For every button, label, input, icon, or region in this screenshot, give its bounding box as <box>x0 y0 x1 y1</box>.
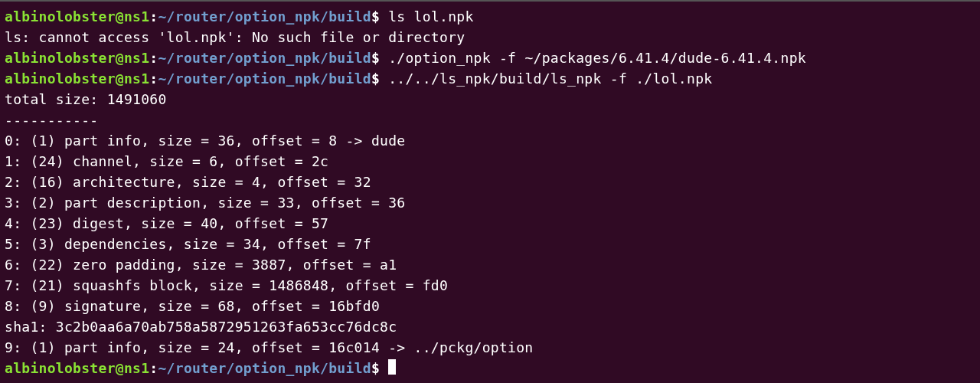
prompt-path: ~/router/option_npk/build <box>158 8 371 25</box>
output-line: 5: (3) dependencies, size = 34, offset =… <box>5 234 975 254</box>
prompt-host: ns1 <box>124 360 149 376</box>
output-line: 2: (16) architecture, size = 4, offset =… <box>5 172 975 192</box>
terminal-line: albinolobster@ns1:~/router/option_npk/bu… <box>5 358 975 378</box>
prompt-colon: : <box>149 8 158 25</box>
prompt-colon: : <box>149 360 158 376</box>
command-text: ../../ls_npk/build/ls_npk -f ./lol.npk <box>380 70 712 87</box>
output-line: ls: cannot access 'lol.npk': No such fil… <box>5 27 975 47</box>
prompt-dollar: $ <box>371 70 380 87</box>
output-line: 0: (1) part info, size = 36, offset = 8 … <box>5 130 975 151</box>
prompt-user: albinolobster <box>5 8 116 25</box>
output-line: 9: (1) part info, size = 24, offset = 16… <box>5 337 975 358</box>
output-line: total size: 1491060 <box>5 89 975 110</box>
output-line: 8: (9) signature, size = 68, offset = 16… <box>5 296 975 316</box>
command-text: ls lol.npk <box>380 8 474 25</box>
cursor-icon <box>388 359 396 375</box>
prompt-dollar: $ <box>371 360 380 376</box>
output-line: 3: (2) part description, size = 33, offs… <box>5 192 975 213</box>
prompt-host: ns1 <box>124 50 149 66</box>
prompt-user: albinolobster <box>5 50 116 66</box>
output-line: sha1: 3c2b0aa6a70ab758a5872951263fa653cc… <box>5 316 975 337</box>
prompt-path: ~/router/option_npk/build <box>158 360 371 376</box>
output-line: 6: (22) zero padding, size = 3887, offse… <box>5 254 975 275</box>
prompt-dollar: $ <box>371 8 380 25</box>
output-line: ----------- <box>5 110 975 130</box>
prompt-path: ~/router/option_npk/build <box>158 50 371 66</box>
output-line: 7: (21) squashfs block, size = 1486848, … <box>5 275 975 296</box>
prompt-user: albinolobster <box>5 70 116 87</box>
prompt-host: ns1 <box>124 70 149 87</box>
output-line: 1: (24) channel, size = 6, offset = 2c <box>5 151 975 172</box>
command-text <box>380 360 388 376</box>
terminal-line: albinolobster@ns1:~/router/option_npk/bu… <box>5 68 975 89</box>
prompt-path: ~/router/option_npk/build <box>158 70 371 87</box>
prompt-host: ns1 <box>124 8 149 25</box>
prompt-colon: : <box>149 50 158 66</box>
prompt-at: @ <box>116 50 124 66</box>
prompt-colon: : <box>149 70 158 87</box>
prompt-user: albinolobster <box>5 360 116 376</box>
prompt-at: @ <box>116 8 124 25</box>
prompt-dollar: $ <box>371 50 380 66</box>
prompt-at: @ <box>116 70 124 87</box>
prompt-at: @ <box>116 360 124 376</box>
output-line: 4: (23) digest, size = 40, offset = 57 <box>5 213 975 234</box>
terminal-line: albinolobster@ns1:~/router/option_npk/bu… <box>5 47 975 68</box>
terminal-line: albinolobster@ns1:~/router/option_npk/bu… <box>5 6 975 27</box>
terminal-window[interactable]: albinolobster@ns1:~/router/option_npk/bu… <box>0 0 980 383</box>
command-text: ./option_npk -f ~/packages/6.41.4/dude-6… <box>380 50 806 66</box>
